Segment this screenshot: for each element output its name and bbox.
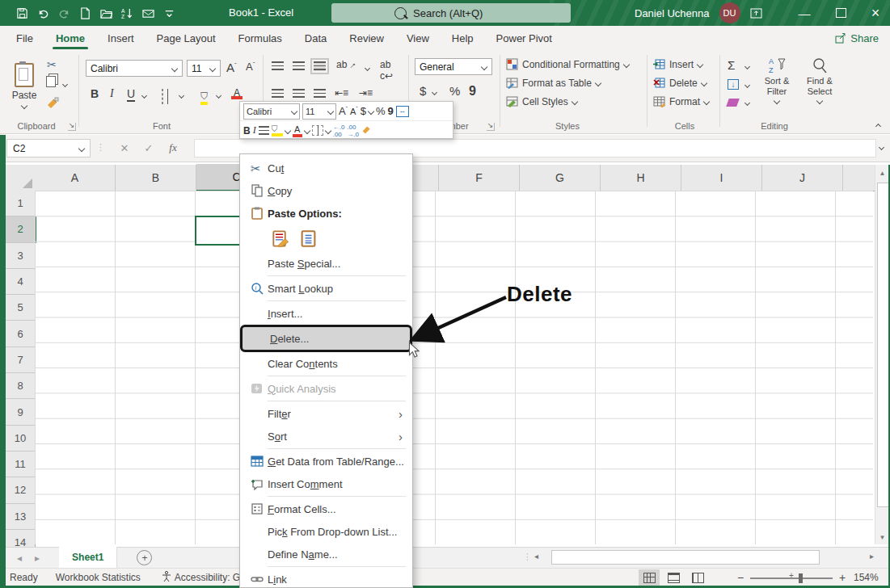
minimize-button[interactable]: — [788, 0, 820, 26]
workbook-statistics[interactable]: Workbook Statistics [38, 572, 141, 583]
accounting-dropdown-icon[interactable] [432, 90, 437, 95]
zoom-level[interactable]: 154% [854, 572, 879, 583]
delete-cells-button[interactable]: Delete [653, 77, 707, 89]
row-header-2[interactable]: 2 [6, 216, 36, 242]
paste-button[interactable]: Paste [8, 57, 40, 115]
row-header-13[interactable]: 13 [6, 504, 36, 530]
select-all-corner[interactable] [6, 165, 36, 191]
menu-item-paste-options[interactable]: Paste Options: [240, 202, 412, 225]
clear-dropdown-icon[interactable] [744, 100, 750, 106]
fill-dropdown-icon[interactable] [744, 82, 750, 88]
copy-dropdown-icon[interactable] [62, 82, 68, 87]
share-button[interactable]: Share [835, 28, 879, 48]
menu-item-smart-lookup[interactable]: iSmart Lookup [240, 277, 412, 300]
increase-font-icon[interactable]: Aˆ [226, 61, 237, 74]
mini-format-painter-icon[interactable] [361, 124, 372, 137]
mini-merge-center-icon[interactable]: ↔ [396, 106, 409, 117]
zoom-in-button[interactable]: + [839, 571, 846, 584]
row-header-7[interactable]: 7 [6, 347, 36, 373]
user-name[interactable]: Daniel Uchenna [635, 7, 710, 19]
cell-styles-button[interactable]: Cell Styles [506, 95, 577, 107]
autosum-icon[interactable]: Σ [728, 58, 735, 72]
insert-cells-button[interactable]: Insert [653, 58, 702, 70]
font-color-icon[interactable]: A [231, 88, 243, 99]
mini-increase-decimal-icon[interactable]: .00→.0 [347, 124, 359, 138]
mini-borders-icon[interactable] [312, 125, 323, 136]
top-align-icon[interactable] [272, 61, 284, 71]
orientation-dropdown-icon[interactable] [365, 65, 370, 71]
copy-icon[interactable] [46, 76, 56, 87]
menu-item-insert[interactable]: Insert... [240, 302, 412, 325]
underline-dropdown-icon[interactable] [141, 93, 147, 99]
horizontal-scrollbar[interactable]: ◂ ▸ [528, 550, 880, 564]
ribbon-display-options-icon[interactable] [740, 0, 772, 26]
previous-sheet-icon[interactable]: ◂ [6, 552, 28, 564]
number-format-combo[interactable]: General [415, 58, 492, 75]
normal-view-button[interactable] [639, 569, 660, 586]
tab-page-layout[interactable]: Page Layout [146, 26, 227, 50]
tab-data[interactable]: Data [293, 26, 338, 50]
vertical-scroll-thumb[interactable] [877, 183, 889, 507]
underline-icon[interactable]: U [127, 87, 135, 102]
tab-file[interactable]: File [5, 26, 44, 50]
format-cells-button[interactable]: Format [653, 95, 709, 107]
worksheet-grid[interactable]: ABCDEFGHIJ 1234567891011121314 [6, 165, 873, 544]
tab-view[interactable]: View [395, 26, 441, 50]
menu-item-clear-contents[interactable]: Clear Contents [240, 352, 412, 375]
tab-home[interactable]: Home [44, 26, 96, 50]
tab-power-pivot[interactable]: Power Pivot [485, 26, 563, 50]
sort-az-icon[interactable]: AZ [117, 3, 137, 23]
page-layout-view-button[interactable] [663, 569, 684, 586]
mini-decrease-decimal-icon[interactable]: ←.0.00 [333, 124, 345, 138]
menu-item-pick-from-drop-down-list[interactable]: Pick From Drop-down List... [240, 520, 412, 543]
scroll-left-icon[interactable]: ◂ [534, 552, 538, 561]
font-size-combo[interactable]: 11 [187, 60, 221, 77]
mini-bold-icon[interactable]: B [243, 125, 251, 136]
paste-formatting-icon[interactable] [271, 229, 290, 248]
open-icon[interactable] [96, 3, 116, 23]
percent-style-icon[interactable]: % [449, 84, 460, 98]
row-header-3[interactable]: 3 [6, 243, 36, 269]
menu-item-format-cells[interactable]: Format Cells... [240, 498, 412, 520]
mini-decrease-font-icon[interactable]: Aˇ [350, 106, 358, 116]
align-center-icon[interactable] [293, 89, 305, 99]
menu-item-delete[interactable]: Delete... [240, 325, 412, 352]
clear-icon[interactable] [726, 99, 740, 107]
row-header-5[interactable]: 5 [6, 295, 36, 321]
borders-icon[interactable] [162, 89, 163, 104]
mini-center-icon[interactable] [259, 126, 269, 135]
menu-item-filter[interactable]: Filter› [240, 402, 412, 425]
row-header-6[interactable]: 6 [6, 321, 36, 346]
tab-insert[interactable]: Insert [96, 26, 146, 50]
mini-font-color-icon[interactable]: A [293, 124, 302, 137]
cancel-icon[interactable]: ✕ [115, 142, 134, 154]
close-button[interactable]: × [859, 0, 890, 26]
format-painter-icon[interactable] [46, 97, 59, 113]
mini-percent-icon[interactable]: % [376, 105, 386, 117]
maximize-button[interactable] [825, 0, 857, 26]
tab-review[interactable]: Review [338, 26, 395, 50]
next-sheet-icon[interactable]: ▸ [28, 552, 59, 564]
mini-fill-dropdown-icon[interactable] [284, 127, 290, 133]
expand-formula-bar-icon[interactable] [879, 145, 884, 150]
cells-area[interactable] [35, 191, 873, 544]
comma-style-icon[interactable]: 9 [469, 84, 476, 99]
row-header-12[interactable]: 12 [6, 477, 36, 503]
align-right-icon[interactable] [314, 89, 326, 99]
middle-align-icon[interactable] [293, 61, 305, 71]
wrap-text-icon[interactable]: abc↩ [380, 59, 393, 82]
vertical-scrollbar[interactable]: ▲ ▼ [875, 165, 889, 544]
user-avatar[interactable]: DU [719, 2, 740, 23]
decrease-indent-icon[interactable]: ⇤≡ [335, 87, 348, 99]
mini-font-size-combo[interactable]: 11 [302, 103, 336, 120]
menu-item-link[interactable]: Link [240, 568, 412, 588]
tab-formulas[interactable]: Formulas [227, 26, 293, 50]
row-header-4[interactable]: 4 [6, 269, 36, 295]
borders-dropdown-icon[interactable] [179, 93, 184, 99]
insert-function-icon[interactable]: fx [163, 141, 183, 154]
new-sheet-button[interactable]: + [137, 550, 152, 565]
menu-item-get-data-from-table-range[interactable]: Get Data from Table/Range... [240, 450, 412, 472]
paste-values-icon[interactable] [298, 229, 318, 248]
column-header-A[interactable]: A [35, 165, 116, 191]
mini-increase-font-icon[interactable]: Aˆ [339, 105, 348, 117]
